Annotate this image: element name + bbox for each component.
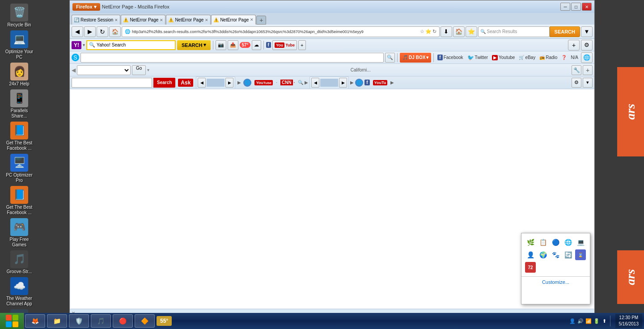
more-button[interactable]: ▾ xyxy=(583,78,593,88)
yahoo-search-button[interactable]: SEARCH ▾ xyxy=(177,40,211,50)
globe-btn[interactable]: 🌐 xyxy=(581,52,593,63)
minimize-button[interactable]: ─ xyxy=(560,3,570,11)
share-btn[interactable]: 📤 xyxy=(228,40,238,50)
taskbar-firefox-btn[interactable]: 🦊 xyxy=(25,314,45,328)
nav-dropdown-select[interactable] xyxy=(77,65,131,75)
ask-search-button[interactable]: Search xyxy=(153,78,175,88)
globe-icon-1[interactable]: 🌐 xyxy=(243,79,251,87)
taskbar-explorer-btn[interactable]: 📁 xyxy=(47,314,67,328)
go-button[interactable]: Go xyxy=(132,65,146,75)
forward-button[interactable]: ▶ xyxy=(84,26,96,37)
tab-close-3[interactable]: ✕ xyxy=(250,17,254,22)
plus-btn2[interactable]: + xyxy=(568,40,580,51)
tray-icon-2[interactable]: 📋 xyxy=(538,237,548,248)
radio-link[interactable]: 📻 Radio xyxy=(538,55,559,60)
icon-parallels[interactable]: 📱 Parallels Share... xyxy=(4,89,35,119)
add-button[interactable]: + xyxy=(583,65,593,75)
search-button[interactable]: SEARCH xyxy=(550,26,580,37)
nav-arrow-right2[interactable]: ▶ xyxy=(305,80,308,85)
globe-icon-2[interactable]: 🌐 xyxy=(355,79,363,87)
tray-taskbar-5[interactable]: ⬆ xyxy=(601,317,608,325)
clock-display[interactable]: 12:30 PM 5/16/2013 xyxy=(615,314,643,328)
ask-search-input[interactable] xyxy=(72,78,152,88)
ask-logo[interactable]: Ask xyxy=(178,80,193,86)
icon-get-facebook-1[interactable]: 📘 Get The Best Facebook ... xyxy=(4,122,35,151)
djbox-button[interactable]: 🎵 DJ BOX ▾ xyxy=(400,53,431,63)
yahoo-dropdown-icon[interactable]: ▾ xyxy=(83,42,85,47)
tab-close-2[interactable]: ✕ xyxy=(205,18,208,22)
close-button[interactable]: ✕ xyxy=(582,3,592,11)
tab-neterror-2[interactable]: ⚠️ NetError Page ✕ xyxy=(166,15,211,25)
tray-icon-6[interactable]: 👤 xyxy=(525,249,536,260)
tray-icon-1[interactable]: 🌿 xyxy=(525,237,536,248)
tab-neterror-1[interactable]: ⚠️ NetError Page ✕ xyxy=(121,15,165,25)
icon-recycle-bin[interactable]: 🗑️ Recycle Bin xyxy=(4,4,35,28)
icon-groove[interactable]: 🎵 Groove-Str... xyxy=(4,250,35,274)
tray-icon-7[interactable]: 🌍 xyxy=(538,249,548,260)
customize-button[interactable]: Customize... xyxy=(521,276,590,287)
youtube-tb-btn[interactable]: You Tube xyxy=(272,40,297,50)
maximize-button[interactable]: □ xyxy=(571,3,581,11)
icon-24x7-help[interactable]: 👩 24x7 Help xyxy=(4,63,35,87)
youtube2-toolbar4-link[interactable]: YouTu xyxy=(371,80,390,86)
facebook-icon[interactable]: f xyxy=(266,42,271,48)
nav-arrow-right[interactable]: ▶ xyxy=(237,80,241,85)
nav-menu-button[interactable]: ▼ xyxy=(581,26,593,37)
back-button[interactable]: ◀ xyxy=(72,26,83,37)
show-desktop-btn[interactable] xyxy=(610,316,614,326)
scroll-right-btn1[interactable]: ▶ xyxy=(225,78,233,88)
settings-button[interactable]: ⚙ xyxy=(572,78,581,88)
nav-home2-button[interactable]: 🏠 xyxy=(453,26,465,37)
bookmark-button[interactable]: ⭐ xyxy=(466,26,477,37)
tray-icon-8[interactable]: 🐾 xyxy=(550,249,561,260)
cnn-toolbar4-link[interactable]: CNN · xyxy=(279,79,297,86)
taskbar-icon5-btn[interactable]: 🔴 xyxy=(113,314,133,328)
icon-get-facebook-2[interactable]: 📘 Get The Best Facebook ... xyxy=(4,186,35,215)
start-button[interactable] xyxy=(0,313,24,329)
plus-btn[interactable]: + xyxy=(298,40,305,50)
na-link[interactable]: N/A xyxy=(569,55,580,60)
tray-icon-4[interactable]: 🌐 xyxy=(563,237,573,248)
ebay-link[interactable]: 🛒 eBay xyxy=(517,55,537,60)
tray-icon-3[interactable]: 🔵 xyxy=(550,237,561,248)
nav-arrow-right3[interactable]: ▶ xyxy=(350,80,354,85)
refresh-button[interactable]: ↻ xyxy=(97,26,108,37)
nav-arrow-right4[interactable]: ▶ xyxy=(390,80,394,85)
taskbar-icon4-btn[interactable]: 🎵 xyxy=(91,314,111,328)
scroll-right-btn2[interactable]: ▶ xyxy=(339,78,347,88)
scroll-left-btn2[interactable]: ◀ xyxy=(311,78,319,88)
weather-btn[interactable]: ☁ xyxy=(252,40,261,50)
scroll-left-btn1[interactable]: ◀ xyxy=(198,78,206,88)
go-dropdown[interactable]: ▾ xyxy=(147,67,149,72)
camera-btn[interactable]: 📷 xyxy=(216,40,226,50)
yahoo-logo[interactable]: Y! xyxy=(72,41,81,49)
tray-icon-10[interactable]: ⌛ xyxy=(575,249,586,260)
reload-icon[interactable]: ↻ xyxy=(432,29,436,34)
url-bar[interactable]: 🌐 http3a%2f%2fdts.search-results.com%2fs… xyxy=(122,26,440,37)
firefox-menu-button[interactable]: Firefox ▾ xyxy=(72,3,100,11)
nav-left-arrow[interactable]: ◀ xyxy=(72,67,76,73)
facebook-link[interactable]: f Facebook xyxy=(436,54,464,61)
icon-weather[interactable]: ☁️ The Weather Channel App xyxy=(4,277,35,307)
tab-close-0[interactable]: ✕ xyxy=(114,18,118,22)
icon-pc-optimizer[interactable]: 🖥️ PC Optimizer Pro xyxy=(4,154,35,183)
settings-gear-icon[interactable]: ⚙ xyxy=(581,40,593,51)
tab-neterror-3[interactable]: ⚠️ NetError Page ✕ xyxy=(211,15,256,25)
taskbar-icon6-btn[interactable]: 🔶 xyxy=(135,314,155,328)
youtube-link[interactable]: ▶ Youtube xyxy=(491,55,516,61)
tray-taskbar-1[interactable]: 👤 xyxy=(569,317,576,325)
yahoo-search-box[interactable]: 🔍 Yahoo! Search xyxy=(86,40,176,50)
bookmark-star2-icon[interactable]: ⭐ xyxy=(425,29,432,34)
temperature-taskbar[interactable]: 55° xyxy=(157,316,172,326)
tray-icon-5[interactable]: 💻 xyxy=(575,237,586,248)
help-link[interactable]: ❓ xyxy=(560,55,568,60)
tray-taskbar-4[interactable]: 🔋 xyxy=(593,317,600,325)
nav-search-box[interactable]: 🔍 Search Results xyxy=(478,26,550,37)
new-tab-button[interactable]: + xyxy=(256,16,266,25)
bookmark-star-icon[interactable]: ☆ xyxy=(420,29,424,34)
skype-icon[interactable]: S xyxy=(72,54,79,61)
tab-restore-session[interactable]: 🔄 Restore Session ✕ xyxy=(72,15,120,25)
taskbar-avg-btn[interactable]: 🛡️ xyxy=(69,314,89,328)
skype-search-input[interactable] xyxy=(80,53,384,63)
tray-taskbar-2[interactable]: 🔊 xyxy=(577,317,584,325)
